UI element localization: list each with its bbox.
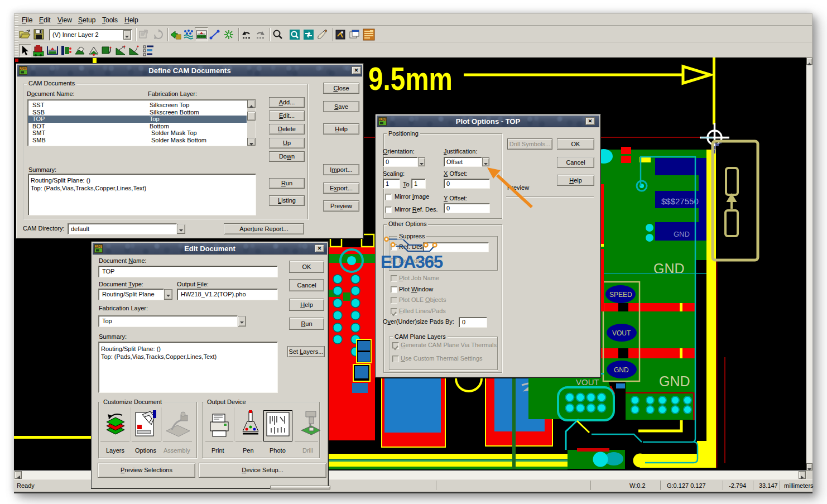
svg-text:SPEED: SPEED — [609, 291, 632, 299]
svg-text:VOUT: VOUT — [612, 329, 631, 337]
svg-text:GND: GND — [674, 230, 690, 238]
svg-text:PADS: PADS — [95, 244, 102, 248]
svg-text:VOUT: VOUT — [576, 377, 599, 387]
svg-text:GND: GND — [614, 366, 629, 374]
svg-text:PADS: PADS — [20, 66, 27, 70]
svg-text:GND: GND — [653, 261, 685, 276]
svg-text:PADS: PADS — [379, 117, 386, 121]
svg-text:9.5mm: 9.5mm — [368, 60, 453, 97]
svg-text:GND: GND — [659, 373, 690, 389]
svg-text:$$$27550: $$$27550 — [661, 196, 699, 206]
